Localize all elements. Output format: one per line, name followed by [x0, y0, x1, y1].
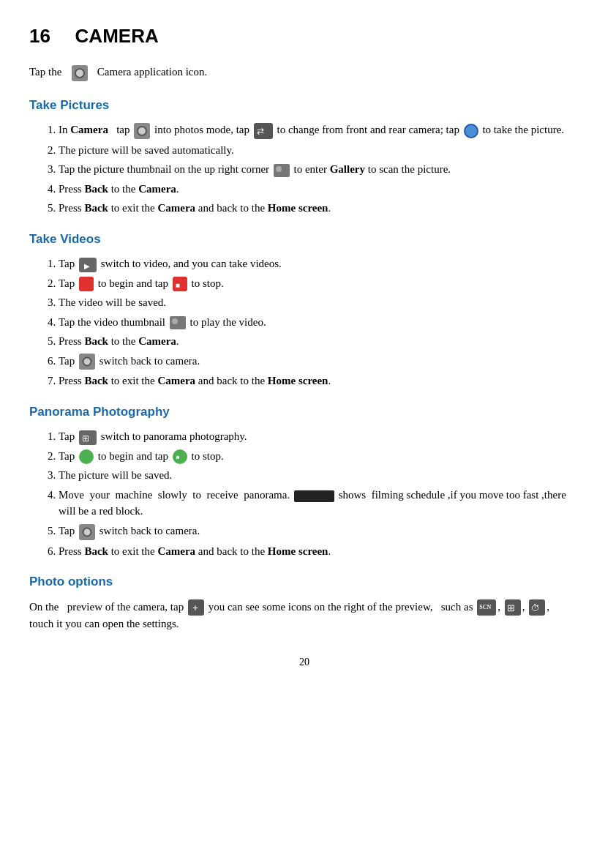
- grid-icon: [505, 599, 521, 616]
- bold-camera3: Camera: [157, 202, 195, 214]
- bold-camera6: Camera: [157, 545, 195, 557]
- photo-options-paragraph: On the preview of the camera, tap you ca…: [29, 599, 579, 632]
- camera-back2-icon: [79, 524, 95, 540]
- filming-bar-icon: [294, 490, 334, 502]
- list-item: Tap to begin and tap to stop.: [59, 275, 579, 292]
- stop-green-icon: [173, 449, 187, 464]
- camera-icon: [134, 123, 150, 139]
- list-item: Move your machine slowly to receive pano…: [59, 487, 579, 520]
- intro-paragraph: Tap the Camera application icon.: [29, 64, 579, 81]
- bold-back2: Back: [84, 202, 108, 214]
- bold-back: Back: [84, 183, 108, 195]
- bold-gallery: Gallery: [330, 163, 365, 175]
- chapter-title: CAMERA: [75, 25, 159, 47]
- video-switch-icon: [79, 258, 97, 272]
- thumbnail2-icon: [170, 316, 186, 329]
- panorama-switch-icon: [79, 430, 97, 445]
- list-item: The picture will be saved automatically.: [59, 142, 579, 159]
- section-take-pictures-title: Take Pictures: [29, 96, 579, 115]
- bold-camera: Camera: [70, 124, 108, 135]
- bold-back4: Back: [84, 375, 108, 386]
- page-number: 20: [29, 654, 579, 670]
- camera-back-icon: [79, 354, 95, 370]
- bold-home2: Home screen: [268, 375, 328, 386]
- take-videos-list: Tap switch to video, and you can take vi…: [59, 255, 579, 389]
- list-item: Tap the picture thumbnail on the up righ…: [59, 161, 579, 178]
- list-item: Press Back to the Camera.: [59, 181, 579, 198]
- photo-options-icon: [188, 599, 204, 616]
- bold-camera5: Camera: [157, 375, 195, 386]
- list-item: Press Back to exit the Camera and back t…: [59, 200, 579, 217]
- switch-cam-icon: [254, 123, 273, 139]
- bold-camera4: Camera: [138, 335, 176, 347]
- record-red-icon: [79, 277, 94, 291]
- shutter-blue-icon: [464, 124, 478, 138]
- camera-app-icon: [72, 65, 88, 81]
- intro-text-before: Tap the: [29, 66, 61, 78]
- bold-home: Home screen: [268, 202, 328, 214]
- list-item: Tap switch back to camera.: [59, 353, 579, 370]
- list-item: Tap switch to panorama photography.: [59, 428, 579, 445]
- take-pictures-list: In Camera tap into photos mode, tap to c…: [59, 122, 579, 217]
- list-item: Press Back to exit the Camera and back t…: [59, 373, 579, 389]
- begin-green-icon: [79, 449, 94, 464]
- list-item: Press Back to the Camera.: [59, 333, 579, 350]
- list-item: Tap to begin and tap to stop.: [59, 448, 579, 465]
- scn-icon: [477, 599, 496, 616]
- bold-camera2: Camera: [138, 183, 176, 195]
- section-panorama-title: Panorama Photography: [29, 403, 579, 422]
- thumbnail-icon: [274, 164, 290, 177]
- list-item: Press Back to exit the Camera and back t…: [59, 543, 579, 560]
- page-title: 16 CAMERA: [29, 22, 579, 51]
- list-item: The video will be saved.: [59, 294, 579, 311]
- timer-icon: [529, 599, 545, 616]
- intro-text-after: Camera application icon.: [97, 66, 207, 78]
- bold-back3: Back: [84, 335, 108, 347]
- list-item: In Camera tap into photos mode, tap to c…: [59, 122, 579, 139]
- list-item: Tap the video thumbnail to play the vide…: [59, 314, 579, 331]
- stop-red-icon: [173, 277, 187, 291]
- section-take-videos-title: Take Videos: [29, 230, 579, 249]
- list-item: The picture will be saved.: [59, 467, 579, 484]
- list-item: Tap switch back to camera.: [59, 523, 579, 540]
- panorama-list: Tap switch to panorama photography. Tap …: [59, 428, 579, 559]
- section-photo-options-title: Photo options: [29, 572, 579, 591]
- bold-home3: Home screen: [268, 545, 328, 557]
- chapter-number: 16: [29, 25, 50, 47]
- bold-back5: Back: [84, 545, 108, 557]
- list-item: Tap switch to video, and you can take vi…: [59, 255, 579, 272]
